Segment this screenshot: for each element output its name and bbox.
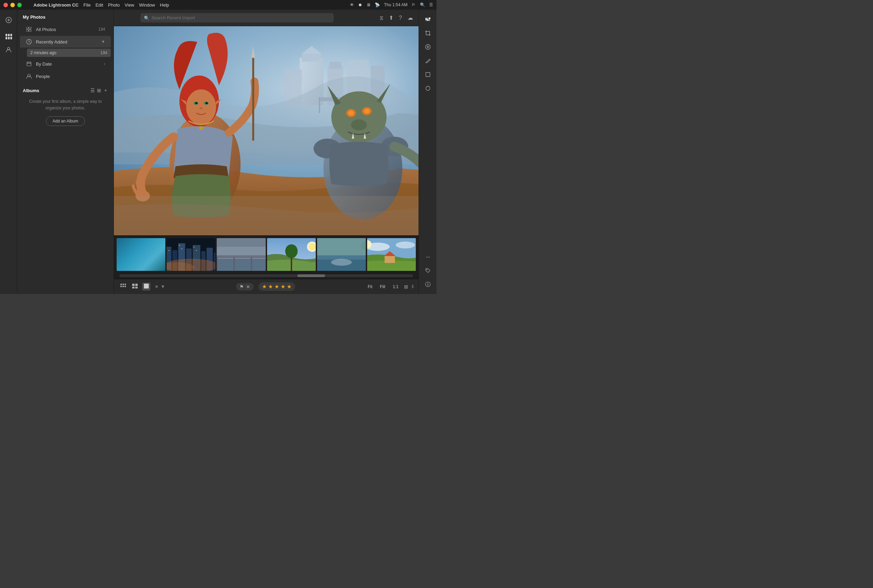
adjustments-icon [425, 16, 431, 22]
star-1[interactable]: ★ [262, 283, 267, 290]
circle-icon-btn[interactable] [422, 83, 434, 94]
star-3[interactable]: ★ [274, 283, 279, 290]
add-icon-btn[interactable] [2, 14, 15, 26]
albums-grid-view-icon[interactable]: ⊞ [97, 88, 101, 93]
add-album-button[interactable]: Add an Album [46, 116, 85, 126]
film-thumb-5[interactable] [317, 238, 366, 271]
cloud-icon[interactable]: ☁ [408, 15, 413, 21]
svg-point-106 [331, 259, 352, 266]
sidebar-item-all-photos[interactable]: All Photos 194 [20, 24, 111, 35]
flag-button[interactable]: ⚑ ✕ [236, 283, 254, 291]
recently-added-sub-item[interactable]: 2 minutes ago 194 [27, 49, 111, 57]
svg-rect-13 [29, 30, 31, 32]
albums-icons: ☰ ⊞ ＋ [90, 87, 108, 93]
bottom-left: ≡ ▼ [119, 283, 165, 291]
split-view-icon[interactable]: ⫴ [412, 284, 414, 290]
menu-file[interactable]: File [84, 2, 91, 8]
svg-rect-3 [6, 34, 7, 36]
svg-rect-11 [29, 27, 31, 29]
film-thumb-2[interactable] [166, 238, 215, 271]
menu-bar-left: Adobe Lightroom CC File Edit Photo View … [3, 2, 169, 8]
face-icon [26, 74, 32, 79]
menu-window[interactable]: Window [139, 2, 155, 8]
sidebar-item-by-date[interactable]: By Date ‹ [20, 58, 111, 70]
chevron-down-icon: ▼ [101, 39, 105, 44]
all-photos-label: All Photos [36, 27, 95, 32]
fill-btn[interactable]: Fill [378, 283, 387, 290]
search-menubar-icon[interactable]: 🔍 [420, 2, 425, 7]
tag-icon-btn[interactable] [422, 265, 434, 276]
svg-point-55 [364, 109, 369, 114]
library-icon-btn[interactable] [2, 30, 15, 43]
close-button[interactable] [3, 3, 8, 7]
svg-rect-115 [123, 284, 124, 285]
svg-rect-25 [302, 54, 321, 62]
svg-rect-111 [384, 255, 395, 263]
star-4[interactable]: ★ [280, 283, 285, 290]
fit-btn[interactable]: Fit [366, 283, 374, 290]
help-icon[interactable]: ? [399, 15, 402, 21]
recently-added-label: Recently Added [36, 39, 98, 45]
square-grid-view-btn[interactable] [130, 283, 140, 291]
compare-icon[interactable]: ⊞ [404, 284, 408, 290]
svg-rect-82 [179, 245, 180, 246]
grid-icon [26, 27, 32, 32]
all-photos-icon [26, 26, 32, 33]
svg-rect-83 [182, 249, 183, 249]
star-2[interactable]: ★ [268, 283, 273, 290]
right-panel: ··· [418, 10, 436, 294]
clock-icon [26, 39, 32, 45]
svg-rect-6 [6, 37, 7, 39]
main-content: 🔍 ⧖ ⬆ ? ☁ [114, 10, 418, 294]
film-thumb-6[interactable] [367, 238, 416, 271]
svg-rect-89 [217, 255, 266, 258]
info-icon-btn[interactable] [422, 279, 434, 290]
film-thumb-4[interactable] [267, 238, 316, 271]
minimize-button[interactable] [10, 3, 15, 7]
svg-point-110 [396, 242, 415, 249]
people-label: People [36, 74, 105, 79]
menu-view[interactable]: View [124, 2, 134, 8]
star-5[interactable]: ★ [287, 283, 292, 290]
albums-list-view-icon[interactable]: ☰ [90, 88, 95, 93]
film-thumb-3[interactable] [217, 238, 266, 271]
filmstrip-scrollbar[interactable] [119, 274, 413, 277]
sidebar-item-recently-added[interactable]: Recently Added ▼ [20, 36, 111, 48]
svg-rect-17 [27, 62, 31, 66]
albums-title: Albums [23, 88, 88, 93]
more-icon-btn[interactable]: ··· [422, 251, 434, 262]
film-thumb-1[interactable] [117, 238, 165, 271]
people-icon-btn[interactable] [2, 44, 15, 56]
healing-icon-btn[interactable] [422, 41, 434, 52]
single-view-btn[interactable] [142, 283, 150, 291]
menu-help[interactable]: Help [160, 2, 169, 8]
svg-point-128 [427, 20, 429, 21]
circle-icon [425, 86, 430, 91]
maximize-button[interactable] [17, 3, 22, 7]
sidebar-item-people[interactable]: People [20, 70, 111, 82]
crop-icon-btn[interactable] [422, 28, 434, 39]
sort-dropdown-icon[interactable]: ▼ [161, 284, 165, 289]
rectangle-icon-btn[interactable] [422, 69, 434, 80]
filter-icon[interactable]: ⧖ [380, 15, 383, 21]
star-rating[interactable]: ★ ★ ★ ★ ★ [258, 282, 295, 291]
share-icon[interactable]: ⬆ [389, 15, 393, 21]
sort-icon[interactable]: ≡ [155, 284, 158, 289]
svg-point-96 [309, 243, 315, 250]
menu-app-name[interactable]: Adobe Lightroom CC [33, 2, 79, 8]
grid-view-btn[interactable] [119, 283, 128, 291]
control-center-icon[interactable]: ☰ [429, 2, 433, 7]
filmstrip-scroll-thumb[interactable] [297, 274, 325, 277]
lake-thumb-svg [317, 238, 366, 271]
pen-icon-btn[interactable] [422, 55, 434, 66]
adjustments-icon-btn[interactable] [422, 14, 434, 25]
calendar-icon [27, 62, 32, 66]
menu-photo[interactable]: Photo [108, 2, 120, 8]
svg-point-46 [199, 126, 203, 130]
search-input[interactable] [141, 13, 334, 22]
bottom-center: ⚑ ✕ ★ ★ ★ ★ ★ [168, 282, 362, 291]
menu-edit[interactable]: Edit [96, 2, 103, 8]
traffic-lights [3, 3, 22, 7]
albums-add-icon[interactable]: ＋ [103, 87, 108, 93]
zoom-1-1-btn[interactable]: 1:1 [391, 283, 400, 290]
